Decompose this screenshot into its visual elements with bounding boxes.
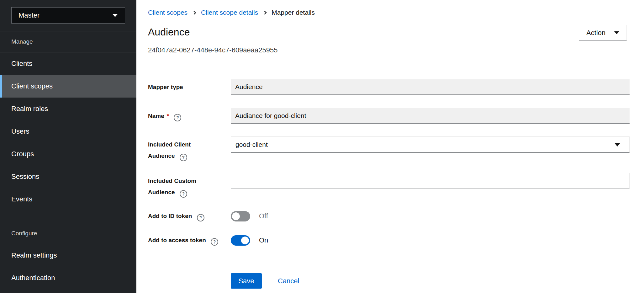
mapper-form: Mapper type Name* ? Included Cli [136,66,644,289]
form-row-add-to-id-token: Add to ID token ? Off [148,210,630,222]
main-content: Client scopes Client scope details Mappe… [136,0,644,293]
chevron-down-icon [614,31,619,34]
help-icon[interactable]: ? [211,238,218,246]
sidebar-item-realm-roles[interactable]: Realm roles [0,98,136,120]
included-client-audience-select[interactable]: good-client [231,136,630,153]
breadcrumb: Client scopes Client scope details Mappe… [148,9,627,16]
breadcrumb-separator-icon [263,11,267,15]
help-icon[interactable]: ? [174,114,181,121]
sidebar-item-label: Authentication [11,274,55,282]
breadcrumb-client-scope-details[interactable]: Client scope details [201,9,258,16]
sidebar-item-label: Users [11,127,29,136]
sidebar: Master Manage Clients Client scopes Real… [0,0,136,293]
form-row-mapper-type: Mapper type [148,79,630,95]
toggle-knob [232,212,240,220]
nav-section-title-label: Manage [11,38,33,45]
nav-section-title-configure: Configure [0,223,136,244]
chevron-down-icon [615,143,620,146]
page-title: Audience [148,26,190,38]
app-root: Master Manage Clients Client scopes Real… [0,0,644,293]
required-indicator: * [167,113,169,119]
add-to-id-token-label: Add to ID token ? [148,210,227,222]
sidebar-item-label: Groups [11,150,34,158]
included-client-audience-label: Included Client Audience ? [148,139,227,162]
included-custom-audience-label: Included Custom Audience ? [148,175,227,198]
add-to-access-token-toggle[interactable] [231,235,250,246]
realm-selector[interactable]: Master [11,7,125,24]
included-custom-audience-input[interactable] [231,173,630,189]
nav-section-title-label: Configure [11,230,37,237]
sidebar-item-label: Sessions [11,173,39,181]
sidebar-item-label: Realm settings [11,251,57,259]
form-row-included-client-audience: Included Client Audience ? good-client [148,136,630,162]
breadcrumb-current: Mapper details [272,9,315,16]
sidebar-item-realm-settings[interactable]: Realm settings [0,244,136,267]
breadcrumb-separator-icon [192,11,196,15]
add-to-access-token-label: Add to access token ? [148,235,227,246]
realm-selector-value: Master [18,11,40,19]
sidebar-item-label: Realm roles [11,105,48,113]
sidebar-item-clients[interactable]: Clients [0,52,136,75]
help-icon[interactable]: ? [180,190,187,198]
sidebar-item-events[interactable]: Events [0,188,136,210]
mapper-id: 24f047a2-0627-448e-94c7-609aeaa25955 [148,46,627,54]
sidebar-item-authentication[interactable]: Authentication [0,267,136,289]
cancel-link[interactable]: Cancel [278,277,299,285]
add-to-id-token-toggle[interactable] [231,211,250,221]
sidebar-item-label: Events [11,195,32,203]
included-client-audience-value: good-client [235,141,268,148]
action-dropdown-label: Action [586,29,605,37]
nav-section-title-manage: Manage [0,31,136,52]
action-dropdown-button[interactable]: Action [579,25,627,41]
mapper-type-input [231,79,630,95]
form-row-name: Name* ? [148,108,630,124]
help-icon[interactable]: ? [180,154,187,161]
chevron-down-icon [112,14,118,17]
name-input [231,108,630,124]
mapper-type-label: Mapper type [148,82,227,93]
form-row-included-custom-audience: Included Custom Audience ? [148,173,630,198]
sidebar-item-users[interactable]: Users [0,120,136,143]
form-row-add-to-access-token: Add to access token ? On [148,235,630,246]
name-label: Name* ? [148,110,227,122]
add-to-id-token-state: Off [259,212,268,220]
form-actions: Save Cancel [231,273,630,289]
sidebar-item-client-scopes[interactable]: Client scopes [0,75,136,98]
sidebar-item-label: Clients [11,60,32,68]
sidebar-item-label: Client scopes [11,82,53,90]
sidebar-item-sessions[interactable]: Sessions [0,165,136,188]
realm-selector-region: Master [0,0,136,31]
breadcrumb-client-scopes[interactable]: Client scopes [148,9,187,16]
save-button[interactable]: Save [231,273,262,289]
title-row: Audience Action [148,26,627,41]
help-icon[interactable]: ? [197,214,204,221]
toggle-knob [241,237,249,244]
add-to-access-token-state: On [259,236,268,244]
page-header: Client scopes Client scope details Mappe… [136,9,644,54]
sidebar-item-groups[interactable]: Groups [0,143,136,165]
